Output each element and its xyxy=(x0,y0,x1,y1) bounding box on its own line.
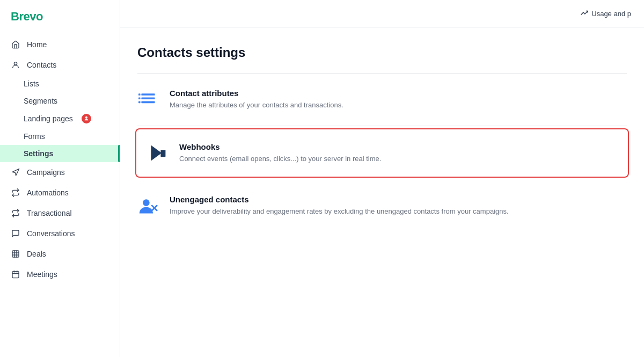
sidebar-item-landing-pages-label: Landing pages xyxy=(24,114,73,123)
sidebar-item-deals-label: Deals xyxy=(27,250,46,258)
settings-item-webhooks[interactable]: Webhooks Connect events (email opens, cl… xyxy=(135,128,629,178)
sidebar-item-home[interactable]: Home xyxy=(0,34,120,55)
sidebar-item-campaigns[interactable]: Campaigns xyxy=(0,162,120,183)
automations-icon xyxy=(11,188,20,198)
contacts-icon xyxy=(11,60,20,70)
settings-list: Contact attributes Manage the attributes… xyxy=(137,74,627,232)
campaigns-icon xyxy=(11,167,20,177)
sidebar-item-campaigns-label: Campaigns xyxy=(27,168,65,177)
webhooks-text: Webhooks Connect events (email opens, cl… xyxy=(179,142,381,164)
sidebar-item-contacts[interactable]: Contacts xyxy=(0,55,120,75)
contact-attributes-title: Contact attributes xyxy=(170,89,343,98)
contact-attributes-text: Contact attributes Manage the attributes… xyxy=(170,89,343,111)
svg-point-0 xyxy=(14,62,17,65)
sidebar-item-contacts-label: Contacts xyxy=(27,61,56,69)
sidebar-item-conversations-label: Conversations xyxy=(27,229,75,238)
sidebar-item-home-label: Home xyxy=(27,40,47,49)
webhooks-title: Webhooks xyxy=(179,142,381,151)
main-content: Usage and p Contacts settings xyxy=(120,0,644,357)
unengaged-contacts-title: Unengaged contacts xyxy=(170,195,509,204)
svg-marker-17 xyxy=(151,145,162,161)
sidebar-item-automations[interactable]: Automations xyxy=(0,183,120,203)
webhooks-icon xyxy=(147,142,169,164)
meetings-icon xyxy=(11,269,20,279)
svg-rect-11 xyxy=(141,93,155,96)
sidebar-item-settings-label: Settings xyxy=(24,149,53,158)
svg-rect-7 xyxy=(12,272,19,278)
contact-attributes-desc: Manage the attributes of your contacts a… xyxy=(170,100,343,111)
contact-attributes-icon xyxy=(137,89,159,110)
sidebar-item-deals[interactable]: Deals xyxy=(0,244,120,264)
usage-button[interactable]: Usage and p xyxy=(581,9,631,18)
svg-rect-12 xyxy=(141,97,155,99)
svg-rect-18 xyxy=(160,150,165,157)
svg-rect-14 xyxy=(138,93,141,96)
transactional-icon xyxy=(11,208,20,218)
svg-rect-15 xyxy=(138,97,141,99)
usage-label: Usage and p xyxy=(591,10,631,18)
sidebar-item-conversations[interactable]: Conversations xyxy=(0,223,120,244)
svg-rect-2 xyxy=(12,251,19,257)
webhooks-desc: Connect events (email opens, clicks...) … xyxy=(179,154,381,164)
svg-marker-1 xyxy=(12,169,19,176)
sidebar: Brevo Home Contacts Lists xyxy=(0,0,120,357)
unengaged-contacts-desc: Improve your deliverability and engageme… xyxy=(170,206,509,217)
sidebar-item-transactional[interactable]: Transactional xyxy=(0,203,120,223)
sidebar-nav: Home Contacts Lists Segments Landing pag… xyxy=(0,32,120,357)
page-title: Contacts settings xyxy=(137,45,627,60)
sidebar-item-transactional-label: Transactional xyxy=(27,209,72,217)
sidebar-item-lists-label: Lists xyxy=(24,79,39,88)
conversations-icon xyxy=(11,229,20,238)
deals-icon xyxy=(11,249,20,259)
landing-pages-badge xyxy=(82,114,91,123)
settings-item-unengaged-contacts[interactable]: Unengaged contacts Improve your delivera… xyxy=(137,180,627,232)
sidebar-item-segments-label: Segments xyxy=(24,97,57,105)
top-bar: Usage and p xyxy=(120,0,644,28)
unengaged-contacts-icon xyxy=(137,195,159,216)
sidebar-item-forms[interactable]: Forms xyxy=(0,128,120,145)
svg-rect-13 xyxy=(141,101,155,104)
usage-icon xyxy=(581,9,588,18)
brand-logo[interactable]: Brevo xyxy=(0,0,120,32)
page-content: Contacts settings Contact attributes xyxy=(120,28,644,245)
sidebar-item-meetings[interactable]: Meetings xyxy=(0,264,120,285)
sidebar-item-settings[interactable]: Settings xyxy=(0,145,120,162)
svg-rect-16 xyxy=(138,101,141,104)
sidebar-item-landing-pages[interactable]: Landing pages xyxy=(0,110,120,128)
unengaged-contacts-text: Unengaged contacts Improve your delivera… xyxy=(170,195,509,217)
svg-point-19 xyxy=(143,199,150,206)
settings-item-contact-attributes[interactable]: Contact attributes Manage the attributes… xyxy=(137,74,627,126)
sidebar-item-forms-label: Forms xyxy=(24,132,45,141)
home-icon xyxy=(11,40,20,49)
sidebar-item-lists[interactable]: Lists xyxy=(0,75,120,92)
sidebar-item-segments[interactable]: Segments xyxy=(0,92,120,110)
sidebar-item-meetings-label: Meetings xyxy=(27,270,57,279)
sidebar-item-automations-label: Automations xyxy=(27,188,69,197)
